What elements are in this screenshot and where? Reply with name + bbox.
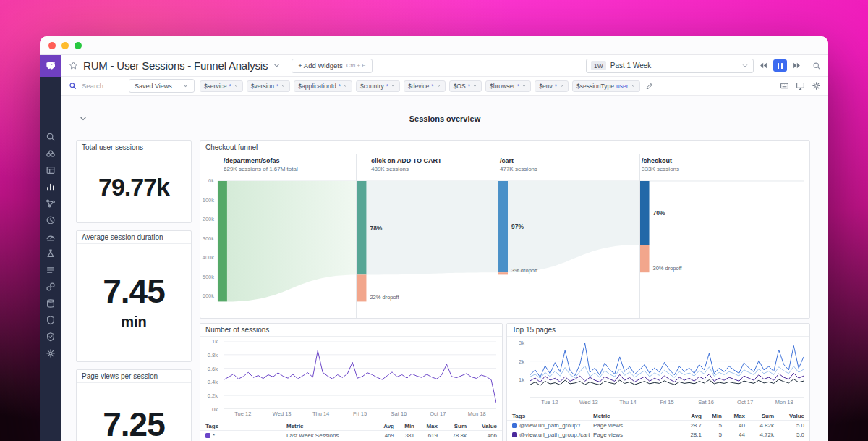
browser-window: RUM - User Sessions - Funnel Analysis + … (40, 36, 828, 441)
widget-title: Top 15 pages (507, 324, 809, 337)
variable-pill-applicationId[interactable]: $applicationId* (294, 80, 352, 92)
funnel-chart[interactable]: 78%22% dropoff97%3% dropoff70%30% dropof… (200, 177, 809, 314)
search-icon (69, 82, 77, 90)
template-variables: $service*$version*$applicationId*$countr… (200, 80, 640, 92)
zoom-button[interactable] (75, 42, 82, 49)
variable-pill-env[interactable]: $env* (535, 80, 569, 92)
nav-apm-icon[interactable] (45, 198, 56, 209)
chevron-down-icon (343, 83, 348, 88)
variable-pill-country[interactable]: $country* (356, 80, 400, 92)
page-views-value: 7.25 (77, 405, 191, 441)
time-chevron-down-icon (741, 62, 749, 70)
search-input[interactable] (82, 82, 124, 90)
nav-monitors-icon[interactable] (45, 215, 56, 225)
chevron-down-icon (631, 83, 636, 88)
forward-button[interactable] (792, 61, 801, 70)
title-chevron-down-icon[interactable] (273, 62, 281, 70)
svg-text:78%: 78% (370, 224, 382, 232)
desktop-background: { "window": { "title": "RUM - User Sessi… (0, 0, 868, 441)
x-axis-labels: Tue 12Wed 13Thu 14Fri 15Sat 16Oct 17Mon … (530, 399, 804, 406)
saved-views-dropdown[interactable]: Saved Views (129, 79, 195, 93)
variable-pill-browser[interactable]: $browser* (485, 80, 531, 92)
variable-pill-sessionType[interactable]: $sessionTypeuser (572, 80, 640, 92)
funnel-column-divider (498, 154, 498, 318)
collapse-section-chevron-icon[interactable] (79, 114, 88, 123)
nav-settings-icon[interactable] (45, 348, 56, 358)
main-panel: RUM - User Sessions - Funnel Analysis + … (61, 55, 828, 441)
pages-chart-area: 3k2k1k Tue 12Wed 13Thu 14Fri 15Sat 16Oct… (507, 337, 809, 408)
funnel-step-3[interactable]: /cart477K sessions (500, 157, 537, 172)
page-title: RUM - User Sessions - Funnel Analysis (83, 59, 268, 72)
rewind-button[interactable] (759, 61, 768, 70)
svg-text:97%: 97% (511, 223, 524, 230)
left-nav (40, 55, 61, 441)
pages-line-chart[interactable] (530, 341, 804, 398)
nav-rum-icon[interactable] (45, 248, 56, 259)
nav-metrics-icon[interactable] (45, 298, 56, 308)
number-of-sessions-widget: Number of sessions 1k0.8k0.6k0.4k0.2k0k … (200, 323, 503, 441)
nav-security-icon[interactable] (45, 315, 56, 325)
variable-pill-service[interactable]: $service* (200, 80, 243, 92)
table-row[interactable]: *Last Week Sessions46938161978.8k466 (200, 431, 502, 440)
page-views-per-session-widget: Page views per session 7.25 (76, 369, 192, 441)
funnel-step-4[interactable]: /checkout333K sessions (642, 157, 679, 172)
variable-pill-OS[interactable]: $OS* (449, 80, 482, 92)
chevron-down-icon (559, 83, 564, 88)
x-axis-labels: Tue 12Wed 13Thu 14Fri 15Sat 16Oct 17Mon … (224, 411, 496, 418)
table-row[interactable]: @view.url_path_group:/cartPage views28.1… (507, 430, 809, 440)
minimize-button[interactable] (61, 42, 69, 49)
y-axis-labels: 1k0.8k0.6k0.4k0.2k0k (200, 341, 221, 409)
table-row[interactable]: @view.url_path_group:/Page views28.75404… (507, 421, 809, 430)
widget-title: Checkout funnel (200, 141, 809, 154)
funnel-step-2[interactable]: click on ADD TO CART489K sessions (371, 157, 442, 172)
total-sessions-value: 79.77k (77, 173, 191, 201)
divider (807, 60, 807, 72)
checkout-funnel-widget: Checkout funnel /department/sofas629K se… (200, 140, 810, 319)
time-range-selector[interactable]: 1W Past 1 Week (586, 59, 754, 73)
section-title: Sessions overview (409, 114, 480, 123)
funnel-step-headers: /department/sofas629K sessions of 1.67M … (200, 154, 809, 177)
dashboard-canvas: Sessions overview Total user sessions 79… (61, 96, 828, 441)
add-widgets-button[interactable]: + Add Widgets Ctrl + E (292, 59, 372, 73)
header-search-icon[interactable] (812, 62, 821, 70)
nav-logs-icon[interactable] (45, 265, 56, 275)
sessions-line-chart[interactable] (224, 341, 496, 409)
datadog-logo-icon[interactable] (40, 55, 61, 77)
tv-mode-icon[interactable] (796, 81, 805, 91)
close-button[interactable] (48, 42, 56, 49)
settings-gear-icon[interactable] (812, 81, 821, 91)
nav-dashboards-icon[interactable] (45, 165, 56, 175)
funnel-column-divider (356, 154, 357, 318)
svg-text:400k: 400k (203, 254, 214, 261)
sessions-summary-table: TagsMetricAvgMinMaxSumValue*Last Week Se… (200, 421, 502, 440)
nav-infrastructure-icon[interactable] (45, 182, 56, 192)
svg-text:100k: 100k (203, 197, 214, 203)
variable-pill-version[interactable]: $version* (247, 80, 290, 92)
favorite-star-icon[interactable] (69, 61, 78, 70)
variable-pill-device[interactable]: $device* (404, 80, 446, 92)
total-user-sessions-widget: Total user sessions 79.77k (76, 140, 192, 223)
shortcuts-grid-icon[interactable] (780, 81, 789, 91)
nav-watchdog-icon[interactable] (45, 148, 56, 159)
funnel-step-1[interactable]: /department/sofas629K sessions of 1.67M … (224, 157, 298, 172)
chevron-down-icon (391, 83, 396, 88)
chevron-down-icon (472, 83, 477, 88)
pause-button[interactable] (773, 59, 787, 72)
chevron-down-icon (522, 83, 527, 88)
nav-integrations-icon[interactable] (45, 282, 56, 292)
svg-text:600k: 600k (203, 293, 214, 299)
nav-search-icon[interactable] (45, 132, 56, 142)
funnel-column-divider (639, 154, 640, 318)
chevron-down-icon (436, 83, 441, 88)
chevron-down-icon (281, 83, 286, 88)
edit-variables-pencil-icon[interactable] (645, 82, 654, 91)
svg-text:22% dropoff: 22% dropoff (370, 294, 399, 301)
widget-title: Total user sessions (77, 141, 191, 154)
widget-title: Page views per session (77, 370, 191, 383)
top-15-pages-widget: Top 15 pages 3k2k1k Tue 12Wed 13Thu 14Fr… (506, 323, 810, 441)
pages-summary-table: TagsMetricAvgMinMaxSumValue@view.url_pat… (507, 411, 809, 441)
nav-compliance-icon[interactable] (45, 332, 56, 342)
app-frame: RUM - User Sessions - Funnel Analysis + … (40, 55, 828, 441)
nav-synthetics-icon[interactable] (45, 232, 56, 242)
widget-title: Average session duration (77, 231, 191, 244)
